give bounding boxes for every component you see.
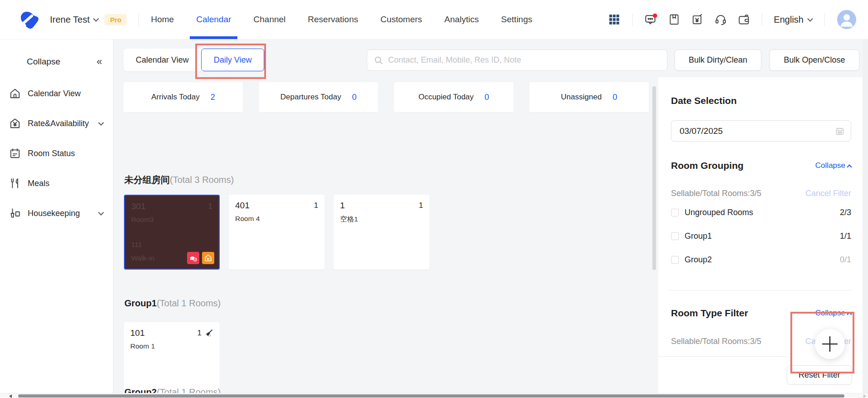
language-selector[interactable]: English [774,15,812,25]
nav-item-reservations[interactable]: Reservations [308,0,358,39]
checkin-house-icon[interactable] [202,252,214,264]
sidebar-item-room-status[interactable]: Room Status [0,138,113,168]
room-card-101[interactable]: 101 1 Room 1 [124,322,220,393]
daily-view-content: Arrivals Today 2 Departures Today 0 Occu… [113,39,652,393]
rate-house-icon [9,118,21,129]
bulk-open-close-button[interactable]: Bulk Open/Close [769,49,859,71]
stat-arrivals-today[interactable]: Arrivals Today 2 [123,82,243,112]
chevron-down-icon [94,16,99,22]
broom-icon [204,329,213,338]
filter-row-label: Group1 [685,231,712,241]
nav-item-customers[interactable]: Customers [380,0,422,39]
room-number: 1 [340,201,345,211]
group-title: Group1 [124,298,157,308]
sidebar-item-rate-availability[interactable]: Rate&Availability [0,108,113,138]
support-headset-icon[interactable] [714,13,727,26]
app-screen: Irene Test Pro Home Calendar Channel Res… [0,0,868,398]
housekeeping-icon [9,207,21,219]
avatar[interactable] [837,10,856,29]
tab-daily-view[interactable]: Daily View [201,49,265,71]
divider [658,356,787,357]
chevron-down-icon [98,120,104,126]
room-type-filter-collapse-link[interactable]: Collapse [815,309,851,318]
group-title: Group2 [124,387,157,393]
ungrouped-rooms-checkbox[interactable] [671,209,679,216]
filter-panel: Date Selection 03/07/2025 Room Grouping … [658,77,863,398]
nav-item-calendar[interactable]: Calendar [196,0,231,39]
stat-unassigned[interactable]: Unassigned 0 [529,82,649,112]
reservation-id: 111 [131,241,142,249]
main-nav: Home Calendar Channel Reservations Custo… [151,0,532,39]
room-card-401[interactable]: 401 1 Room 4 [229,195,325,270]
language-label: English [774,15,804,25]
room-grouping-title: Room Grouping [671,160,744,171]
nav-right-cluster: English [607,0,868,39]
nav-item-home[interactable]: Home [151,0,174,39]
sellable-total-label: Sellable/Total Rooms:3/5 [671,337,761,346]
room-card-301[interactable]: 301 1 Room3 111 Walk-in [124,195,220,270]
divider [138,13,139,26]
reset-filter-button[interactable]: Reset Filter [787,365,852,385]
chat-notification-icon[interactable] [644,13,658,26]
vertical-scrollbar-thumb[interactable] [652,86,656,270]
group-room-count: (Total 1 Rooms) [157,387,221,393]
collapse-link-label: Collapse [815,309,845,318]
group-heading-group2: Group2(Total 1 Rooms) [124,387,221,393]
filter-row-label: Group2 [685,255,712,265]
nav-item-settings[interactable]: Settings [501,0,533,39]
sidebar-item-calendar-view[interactable]: Calendar View [0,79,113,108]
room-status-icon [9,147,21,159]
sidebar-collapse-toggle[interactable]: Collapse « [0,50,113,73]
room-card-1[interactable]: 1 1 空格1 [334,195,429,270]
nav-item-channel[interactable]: Channel [253,0,286,39]
stat-value: 2 [211,93,215,102]
group-title: 未分组房间 [124,175,170,185]
filter-row-count: 1/1 [840,231,851,241]
room-count: 1 [208,202,212,211]
bookings-icon[interactable] [667,13,681,26]
bulk-dirty-clean-button[interactable]: Bulk Dirty/Clean [675,49,761,71]
group1-cards-row: 101 1 Room 1 [124,322,220,393]
sidebar-item-housekeeping[interactable]: Housekeeping [0,198,113,228]
stat-departures-today[interactable]: Departures Today 0 [259,82,378,112]
filter-row-ungrouped-rooms: Ungrouped Rooms 2/3 [671,208,851,217]
nav-item-analytics[interactable]: Analytics [444,0,479,39]
dirty-bed-icon[interactable] [187,252,199,264]
sidebar-item-label: Calendar View [28,89,103,98]
chevron-up-icon [847,164,852,169]
cancel-filter-link[interactable]: Cancel Filter [805,189,851,198]
stat-label: Arrivals Today [151,93,199,102]
search-input[interactable] [388,55,661,65]
room-grouping-collapse-link[interactable]: Collapse [815,161,851,170]
room-type: Room 1 [130,342,213,350]
divider [632,13,633,26]
room-type: 空格1 [340,215,423,224]
apps-grid-icon[interactable] [607,13,621,26]
horizontal-scrollbar-thumb[interactable] [18,394,844,398]
scroll-left-arrow-icon[interactable] [9,394,12,398]
room-status-badges [187,252,214,264]
sidebar-item-label: Rate&Availability [28,119,92,128]
meals-icon [9,177,21,189]
date-picker-input[interactable]: 03/07/2025 [671,120,851,142]
room-count-value: 1 [197,329,202,338]
sidebar-item-meals[interactable]: Meals [0,168,113,198]
property-selector[interactable]: Irene Test [50,15,98,25]
sidebar-item-label: Meals [28,179,103,188]
stat-occupied-today[interactable]: Occupied Today 0 [394,82,513,112]
rates-icon[interactable] [690,13,704,26]
top-navbar: Irene Test Pro Home Calendar Channel Res… [0,0,868,39]
filter-row-count: 2/3 [840,208,851,217]
wallet-icon[interactable] [737,13,750,26]
sidebar-collapse-label: Collapse [27,57,60,67]
tab-calendar-view[interactable]: Calendar View [123,49,201,71]
date-value: 03/07/2025 [680,126,835,136]
reservation-search [367,49,667,71]
divider [762,13,762,26]
room-count: 1 [197,329,213,338]
chevron-up-icon [847,312,852,317]
group2-checkbox[interactable] [671,256,679,264]
scroll-right-arrow-icon[interactable] [863,394,866,398]
group1-checkbox[interactable] [671,232,679,240]
add-button[interactable] [815,329,845,359]
